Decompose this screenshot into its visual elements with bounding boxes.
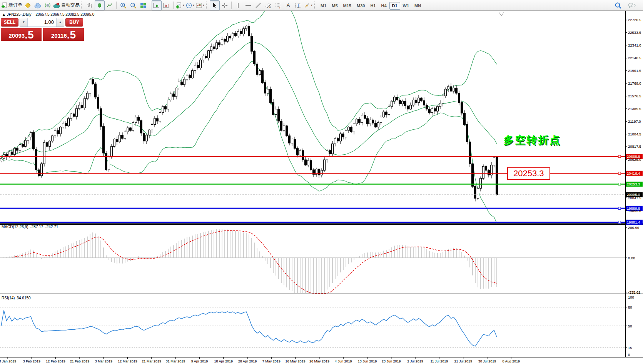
chart-shift-icon — [163, 2, 170, 8]
date-label: 21 Jul 2019 — [454, 359, 472, 363]
toolbar-gripper[interactable] — [81, 2, 83, 9]
news-button[interactable] — [43, 0, 53, 10]
text-tool-button[interactable]: A — [283, 0, 293, 10]
timeframe-w1[interactable]: W1 — [400, 2, 412, 10]
timeframe-m15[interactable]: M15 — [341, 2, 354, 10]
new-order-icon — [1, 2, 7, 8]
axis-tick-label: 20047.5 — [628, 196, 641, 200]
timeframe-h1[interactable]: H1 — [367, 2, 378, 10]
equidistant-channel-icon: E — [265, 2, 271, 8]
auto-trading-icon — [53, 2, 60, 8]
date-label: 13 Jun 2019 — [358, 359, 377, 363]
timeframe-mn[interactable]: MN — [412, 2, 424, 10]
fibonacci-button[interactable]: F — [273, 0, 283, 10]
gem-icon — [25, 2, 31, 8]
svg-text:T: T — [297, 3, 299, 8]
horizontal-line-button[interactable] — [243, 0, 253, 10]
chart-shift-button[interactable] — [162, 0, 172, 10]
search-button[interactable] — [613, 0, 623, 10]
timeframe-m30[interactable]: M30 — [354, 2, 367, 10]
line-chart-icon — [107, 2, 113, 8]
broadcast-icon — [45, 2, 51, 8]
zoom-in-button[interactable] — [118, 0, 128, 10]
axis-tick-label: 20625.0 — [628, 157, 641, 162]
auto-scroll-icon — [153, 2, 160, 8]
auto-trading-button[interactable]: 自动交易 — [53, 0, 80, 10]
line-anchor — [618, 172, 621, 174]
buy-button[interactable]: BUY — [65, 18, 83, 27]
candlestick-chart-button[interactable] — [95, 0, 105, 10]
chat-button[interactable] — [627, 0, 637, 10]
sell-button[interactable]: SELL — [1, 18, 18, 27]
timeframe-m5[interactable]: M5 — [329, 2, 340, 10]
trendline-button[interactable] — [253, 0, 263, 10]
axis-tick-label: 19855.0 — [628, 209, 641, 213]
axis-tick-label: 21961.5 — [628, 68, 641, 73]
auto-scroll-button[interactable] — [152, 0, 162, 10]
horizontal-line-icon — [245, 2, 251, 8]
cursor-button[interactable] — [210, 0, 220, 10]
volume-stepper: ▼ 1.00 ▲ — [20, 18, 64, 27]
toolbar-gripper[interactable] — [206, 2, 208, 9]
bar-chart-button[interactable] — [85, 0, 95, 10]
rsi-level-label: 50 — [628, 324, 632, 328]
macd-axis-label: 286.96 — [628, 225, 639, 230]
svg-text:F: F — [279, 7, 281, 8]
line-chart-button[interactable] — [105, 0, 115, 10]
rsi-level-label: 15 — [628, 346, 632, 350]
axis-tick-label: 21389.5 — [628, 107, 641, 111]
templates-button[interactable]: ▾ — [195, 0, 205, 10]
toolbar-gripper[interactable] — [314, 2, 316, 9]
arrows-tool-button[interactable]: ▾ — [303, 0, 313, 10]
chevron-down-icon: ▾ — [203, 3, 204, 7]
indicators-button[interactable]: ▾ — [175, 0, 185, 10]
volume-input[interactable]: 1.00 — [28, 19, 56, 25]
macd-axis-label: -335.62 — [628, 290, 640, 294]
periods-button[interactable]: ▾ — [185, 0, 195, 10]
timeframe-h4[interactable]: H4 — [378, 2, 389, 10]
macd-axis-label: 0.00 — [628, 256, 635, 260]
line-anchor — [618, 183, 621, 185]
chevron-down-icon: ▾ — [183, 3, 184, 7]
date-label: 16 May 2019 — [286, 359, 306, 363]
date-label: 8 Aug 2019 — [503, 359, 520, 363]
svg-text:20416.4: 20416.4 — [627, 171, 640, 175]
turning-point-annotation: 多空转折点 — [503, 133, 561, 147]
crosshair-button[interactable] — [220, 0, 230, 10]
tile-windows-button[interactable] — [138, 0, 148, 10]
svg-text:20253.3: 20253.3 — [627, 182, 640, 186]
volume-decrease-button[interactable]: ▼ — [20, 18, 28, 27]
date-label: 4 Jan 2019 — [0, 359, 16, 363]
buy-price-box[interactable]: 20116.5 — [43, 28, 84, 41]
timeframe-bar: M1M5M15M30H1H4D1W1MN — [318, 2, 424, 9]
fibonacci-icon: F — [275, 2, 281, 8]
buy-price-main: 20116 — [51, 31, 67, 41]
chart-canvas[interactable]: 20668.820416.420253.319889.819681.420095… — [0, 11, 643, 364]
date-label: 23 Jun 2019 — [382, 359, 401, 363]
zoom-in-icon — [120, 2, 126, 8]
zoom-out-button[interactable] — [128, 0, 138, 10]
timeframe-m1[interactable]: M1 — [318, 2, 329, 10]
new-order-label: 新订单 — [8, 2, 22, 8]
collapse-triangle-icon[interactable]: ▲ — [2, 12, 6, 17]
rsi-level-label: 80 — [628, 305, 632, 309]
vertical-line-button[interactable] — [233, 0, 243, 10]
volume-increase-button[interactable]: ▲ — [56, 18, 64, 27]
boxed-price-annotation: 20253.3 — [507, 167, 550, 180]
rsi-axis-bottom: 0 — [628, 352, 630, 357]
axis-tick-label: 22720.5 — [628, 18, 641, 22]
line-anchor — [618, 207, 621, 209]
date-label: 21 Mar 2019 — [142, 359, 162, 363]
date-label: 2 Jul 2019 — [407, 359, 423, 363]
sell-price-box[interactable]: 20093.5 — [1, 28, 42, 41]
timeframe-d1[interactable]: D1 — [389, 2, 400, 10]
date-label: 4 Jun 2019 — [335, 359, 352, 363]
label-tool-button[interactable]: T — [293, 0, 303, 10]
vertical-line-icon — [235, 2, 241, 8]
metaquotes-button[interactable] — [23, 0, 33, 10]
publish-button[interactable] — [33, 0, 43, 10]
channel-button[interactable]: E — [263, 0, 273, 10]
macd-pane-label: MACD(12,26,9)-287.17-242.71 — [2, 225, 60, 229]
new-order-button[interactable]: 新订单 — [1, 0, 23, 10]
chart-window[interactable]: 20668.820416.420253.319889.819681.420095… — [0, 11, 643, 364]
